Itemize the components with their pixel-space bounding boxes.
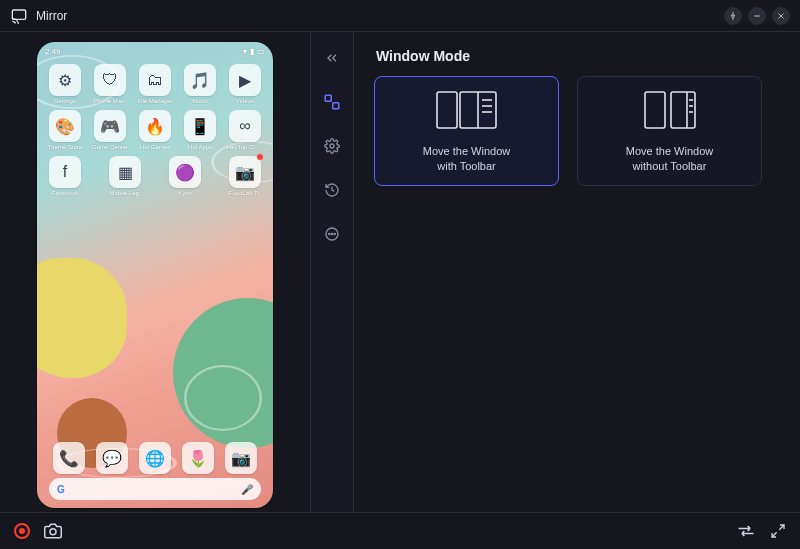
svg-rect-4 [325, 95, 331, 101]
signal-icon: ▮ [250, 47, 254, 56]
side-toolbar [310, 32, 354, 512]
option-label: Move the Window [626, 145, 713, 157]
svg-point-6 [330, 144, 334, 148]
phone-app[interactable]: 📱Hot Apps [182, 110, 218, 150]
app-label: Phone Man. [94, 98, 126, 104]
app-icon: 📷 [229, 156, 261, 188]
app-label: Hot Games [140, 144, 170, 150]
phone-preview-pane: 2:49 ▾ ▮ ▭ ⚙Settings🛡Phone Man.🗂File Man… [0, 32, 310, 512]
phone-app[interactable]: 🎵Music [182, 64, 218, 104]
phone-status-bar: 2:49 ▾ ▮ ▭ [37, 42, 273, 58]
app-icon: 🎵 [184, 64, 216, 96]
phone-app[interactable]: 📷FoodLab Pl. [227, 156, 263, 196]
record-button[interactable] [14, 523, 30, 539]
settings-tab[interactable] [318, 132, 346, 160]
svg-line-25 [772, 532, 777, 537]
option-label: Move the Window [423, 145, 510, 157]
phone-app[interactable]: ⚙Settings [47, 64, 83, 104]
app-icon: 🟣 [169, 156, 201, 188]
section-title: Window Mode [376, 48, 780, 64]
app-icon: 🗂 [139, 64, 171, 96]
app-label: Game Center [92, 144, 128, 150]
app-label: Facebook [52, 190, 78, 196]
pin-button[interactable] [724, 7, 742, 25]
option-with-toolbar[interactable]: Move the Window with Toolbar [374, 76, 559, 186]
battery-icon: ▭ [257, 47, 265, 56]
wifi-icon: ▾ [243, 47, 247, 56]
app-label: Kyun [178, 190, 192, 196]
minimize-button[interactable] [748, 7, 766, 25]
record-icon [14, 523, 30, 539]
option-label: with Toolbar [437, 160, 496, 172]
svg-point-9 [331, 233, 332, 234]
phone-app[interactable]: fFacebook [47, 156, 83, 196]
app-icon: 🎨 [49, 110, 81, 142]
collapse-button[interactable] [318, 44, 346, 72]
option-without-toolbar[interactable]: Move the Window without Toolbar [577, 76, 762, 186]
app-label: Settings [54, 98, 76, 104]
phone-app[interactable]: 🎨Theme Store [47, 110, 83, 150]
phone-app[interactable]: 🟣Kyun [167, 156, 203, 196]
app-icon: ▦ [109, 156, 141, 188]
app-icon: 📱 [184, 110, 216, 142]
app-label: File Manager [137, 98, 172, 104]
app-label: Hot Apps [188, 144, 212, 150]
phone-app[interactable]: 🛡Phone Man. [92, 64, 128, 104]
mic-icon: 🎤 [241, 484, 253, 495]
more-tab[interactable] [318, 220, 346, 248]
phone-app[interactable]: ▦Mobile Leg. [107, 156, 143, 196]
svg-point-8 [329, 233, 330, 234]
titlebar: Mirror [0, 0, 800, 32]
phone-screen[interactable]: 2:49 ▾ ▮ ▭ ⚙Settings🛡Phone Man.🗂File Man… [37, 42, 273, 508]
transfer-button[interactable] [736, 523, 756, 539]
screenshot-button[interactable] [44, 522, 62, 540]
app-label: Music [192, 98, 208, 104]
bottom-bar [0, 512, 800, 549]
app-label: Theme Store [48, 144, 83, 150]
dock-app[interactable]: 🌐 [139, 442, 171, 474]
phone-app-grid: ⚙Settings🛡Phone Man.🗂File Manager🎵Music▶… [37, 58, 273, 196]
svg-rect-17 [645, 92, 665, 128]
notification-dot [257, 154, 263, 160]
svg-rect-18 [671, 92, 695, 128]
app-icon: 🔥 [139, 110, 171, 142]
phone-app[interactable]: ∞HeyTap Cloud [227, 110, 263, 150]
option-without-toolbar-icon [639, 88, 701, 132]
svg-point-23 [50, 529, 56, 535]
phone-app[interactable]: 🗂File Manager [137, 64, 173, 104]
app-icon: 🎮 [94, 110, 126, 142]
phone-app[interactable]: 🎮Game Center [92, 110, 128, 150]
phone-app[interactable]: 🔥Hot Games [137, 110, 173, 150]
app-icon: ▶ [229, 64, 261, 96]
app-title: Mirror [36, 9, 67, 23]
option-label: without Toolbar [633, 160, 707, 172]
phone-dock: 📞💬🌐🌷📷 [37, 442, 273, 474]
dock-app[interactable]: 📷 [225, 442, 257, 474]
app-label: HeyTap Cloud [227, 144, 263, 150]
close-button[interactable] [772, 7, 790, 25]
app-label: Mobile Leg. [109, 190, 140, 196]
app-icon: 🛡 [94, 64, 126, 96]
dock-app[interactable]: 📞 [53, 442, 85, 474]
app-label: Videos [236, 98, 254, 104]
phone-search-bar[interactable]: G 🎤 [49, 478, 261, 500]
dock-app[interactable]: 💬 [96, 442, 128, 474]
content-pane: Window Mode Move the Window with Toolbar [354, 32, 800, 512]
svg-rect-11 [437, 92, 457, 128]
phone-app[interactable]: ▶Videos [227, 64, 263, 104]
history-tab[interactable] [318, 176, 346, 204]
app-icon: ⚙ [49, 64, 81, 96]
svg-point-10 [334, 233, 335, 234]
app-icon: f [49, 156, 81, 188]
phone-clock: 2:49 [45, 47, 61, 56]
dock-app[interactable]: 🌷 [182, 442, 214, 474]
app-label: FoodLab Pl. [229, 190, 261, 196]
svg-line-24 [779, 525, 784, 530]
app-icon: ∞ [229, 110, 261, 142]
fullscreen-button[interactable] [770, 523, 786, 539]
app-icon-cast [10, 7, 28, 25]
svg-rect-5 [333, 103, 339, 109]
option-with-toolbar-icon [436, 88, 498, 132]
svg-rect-0 [12, 10, 25, 19]
window-mode-tab[interactable] [318, 88, 346, 116]
